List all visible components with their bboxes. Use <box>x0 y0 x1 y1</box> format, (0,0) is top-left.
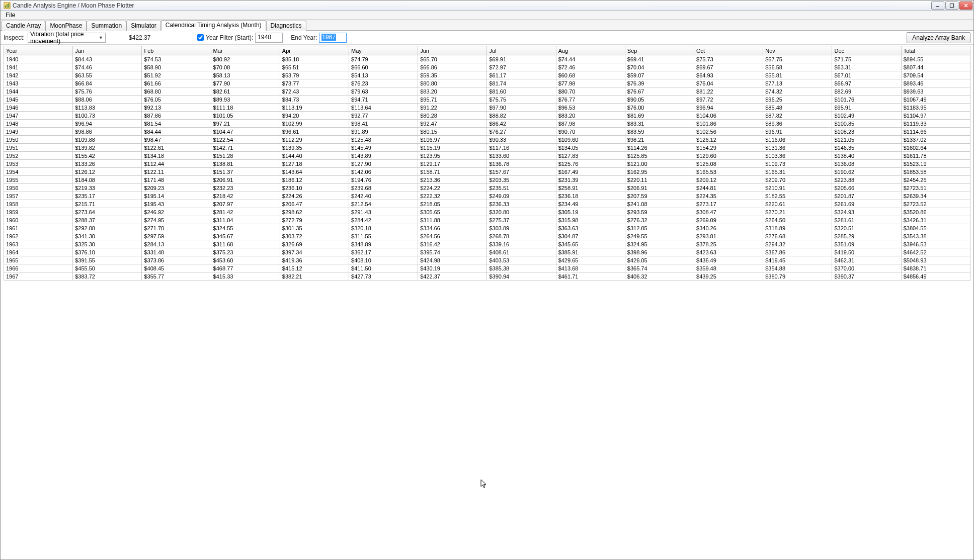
value-cell: $397.34 <box>280 248 349 256</box>
value-cell: $88.06 <box>73 96 142 104</box>
table-row[interactable]: 1961$292.08$271.70$324.55$301.35$320.18$… <box>4 224 970 232</box>
close-button[interactable] <box>959 2 972 10</box>
table-row[interactable]: 1947$100.73$87.86$101.05$94.20$92.77$80.… <box>4 112 970 120</box>
value-cell: $326.69 <box>280 240 349 248</box>
table-row[interactable]: 1946$113.83$92.13$111.18$113.19$113.64$9… <box>4 104 970 112</box>
value-cell: $2723.51 <box>901 184 970 192</box>
tab-simulator[interactable]: Simulator <box>126 21 161 31</box>
table-row[interactable]: 1943$66.84$61.66$77.90$73.77$76.23$80.80… <box>4 79 970 87</box>
value-cell: $77.13 <box>763 79 832 87</box>
table-row[interactable]: 1966$455.50$408.45$468.77$415.12$411.50$… <box>4 264 970 272</box>
value-cell: $68.80 <box>142 87 211 96</box>
column-header[interactable]: Nov <box>763 46 832 55</box>
tab-moonphase[interactable]: MoonPhase <box>45 21 87 31</box>
column-header[interactable]: Oct <box>694 46 763 55</box>
table-row[interactable]: 1955$184.08$171.48$206.91$186.12$194.76$… <box>4 176 970 184</box>
table-row[interactable]: 1964$376.10$331.48$375.23$397.34$362.17$… <box>4 248 970 256</box>
table-row[interactable]: 1952$155.42$134.18$151.28$144.40$143.89$… <box>4 152 970 160</box>
table-row[interactable]: 1949$98.86$84.44$104.47$96.61$91.89$80.1… <box>4 128 970 136</box>
value-cell: $96.53 <box>556 104 625 112</box>
table-row[interactable]: 1942$63.55$51.92$58.13$53.79$54.13$59.35… <box>4 71 970 79</box>
column-header[interactable]: Dec <box>832 46 901 55</box>
value-cell: $85.48 <box>763 104 832 112</box>
table-row[interactable]: 1959$273.64$246.92$281.42$298.62$291.43$… <box>4 208 970 216</box>
table-row[interactable]: 1962$341.30$297.59$345.67$303.72$311.55$… <box>4 232 970 240</box>
column-header[interactable]: Total <box>901 46 970 55</box>
value-cell: $74.79 <box>349 55 418 63</box>
table-row[interactable]: 1954$126.12$122.11$151.37$143.64$142.06$… <box>4 168 970 176</box>
column-header[interactable]: Jun <box>418 46 487 55</box>
value-cell: $139.82 <box>73 144 142 152</box>
year-filter-checkbox[interactable] <box>197 34 204 41</box>
table-row[interactable]: 1965$391.55$373.86$453.60$419.36$408.10$… <box>4 256 970 264</box>
column-header[interactable]: May <box>349 46 418 55</box>
column-header[interactable]: Sep <box>625 46 694 55</box>
column-header[interactable]: Jan <box>73 46 142 55</box>
end-year-input[interactable]: 1967 <box>319 33 347 43</box>
value-cell: $67.01 <box>832 71 901 79</box>
table-row[interactable]: 1960$288.37$274.95$311.04$272.79$284.42$… <box>4 216 970 224</box>
value-cell: $894.55 <box>901 55 970 63</box>
table-row[interactable]: 1957$235.17$195.14$218.42$224.26$242.40$… <box>4 192 970 200</box>
analyze-button[interactable]: Analyze Array Bank <box>907 32 970 43</box>
maximize-button[interactable] <box>945 2 958 10</box>
column-header[interactable]: Aug <box>556 46 625 55</box>
year-cell: 1951 <box>4 144 73 152</box>
inspect-dropdown[interactable]: Vibration (total price movement) ▼ <box>28 33 106 43</box>
data-table: YearJanFebMarAprMayJunJulAugSepOctNovDec… <box>4 46 970 281</box>
inspect-value: Vibration (total price movement) <box>30 31 99 45</box>
value-cell: $121.00 <box>625 160 694 168</box>
tab-candle-array[interactable]: Candle Array <box>2 21 45 31</box>
minimize-button[interactable] <box>931 2 944 10</box>
value-cell: $455.50 <box>73 264 142 272</box>
value-cell: $125.76 <box>556 160 625 168</box>
table-row[interactable]: 1958$215.71$195.43$207.97$206.47$212.54$… <box>4 200 970 208</box>
table-row[interactable]: 1953$133.26$112.44$138.81$127.18$127.90$… <box>4 160 970 168</box>
value-cell: $76.05 <box>142 96 211 104</box>
value-cell: $138.40 <box>832 152 901 160</box>
table-row[interactable]: 1941$74.46$58.90$70.08$65.51$66.60$66.86… <box>4 63 970 71</box>
tab-diagnostics[interactable]: Diagnostics <box>266 21 306 31</box>
tab-calendrical-timing-analysis-month[interactable]: Calendrical Timing Analysis (Month) <box>161 20 266 31</box>
value-cell: $276.68 <box>763 232 832 240</box>
start-year-input[interactable]: 1940 <box>255 33 283 43</box>
column-header[interactable]: Feb <box>142 46 211 55</box>
table-row[interactable]: 1951$139.82$122.61$142.71$139.35$145.49$… <box>4 144 970 152</box>
table-row[interactable]: 1944$75.76$68.80$82.61$72.43$79.63$83.20… <box>4 87 970 96</box>
value-cell: $3426.31 <box>901 216 970 224</box>
value-cell: $297.59 <box>142 232 211 240</box>
table-row[interactable]: 1963$325.30$284.13$311.68$326.69$348.89$… <box>4 240 970 248</box>
table-body: 1940$84.43$74.53$80.92$85.18$74.79$65.70… <box>4 55 970 281</box>
value-cell: $127.18 <box>280 160 349 168</box>
value-cell: $293.81 <box>694 232 763 240</box>
value-cell: $224.26 <box>280 192 349 200</box>
value-cell: $291.43 <box>349 208 418 216</box>
value-cell: $143.64 <box>280 168 349 176</box>
table-row[interactable]: 1967$383.72$355.77$415.33$382.21$427.73$… <box>4 272 970 281</box>
value-cell: $324.93 <box>832 208 901 216</box>
column-header[interactable]: Year <box>4 46 73 55</box>
value-cell: $224.35 <box>694 192 763 200</box>
value-cell: $97.21 <box>211 120 280 128</box>
value-cell: $209.23 <box>142 184 211 192</box>
column-header[interactable]: Jul <box>487 46 556 55</box>
menu-file[interactable]: File <box>3 11 18 19</box>
value-cell: $439.25 <box>694 272 763 281</box>
table-row[interactable]: 1950$109.88$98.47$122.54$112.29$125.48$1… <box>4 136 970 144</box>
value-cell: $269.09 <box>694 216 763 224</box>
table-row[interactable]: 1948$96.94$81.54$97.21$102.99$98.41$92.4… <box>4 120 970 128</box>
value-cell: $320.51 <box>832 224 901 232</box>
table-row[interactable]: 1956$219.33$209.23$232.23$236.10$239.68$… <box>4 184 970 192</box>
value-cell: $142.71 <box>211 144 280 152</box>
tab-summation[interactable]: Summation <box>87 21 126 31</box>
table-row[interactable]: 1940$84.43$74.53$80.92$85.18$74.79$65.70… <box>4 55 970 63</box>
value-cell: $311.55 <box>349 232 418 240</box>
year-cell: 1944 <box>4 87 73 96</box>
value-cell: $182.55 <box>763 192 832 200</box>
year-filter-group: Year Filter (Start): 1940 <box>197 33 283 43</box>
table-row[interactable]: 1945$88.06$76.05$89.93$84.73$94.71$95.71… <box>4 96 970 104</box>
column-header[interactable]: Apr <box>280 46 349 55</box>
value-cell: $66.84 <box>73 79 142 87</box>
value-cell: $100.73 <box>73 112 142 120</box>
column-header[interactable]: Mar <box>211 46 280 55</box>
